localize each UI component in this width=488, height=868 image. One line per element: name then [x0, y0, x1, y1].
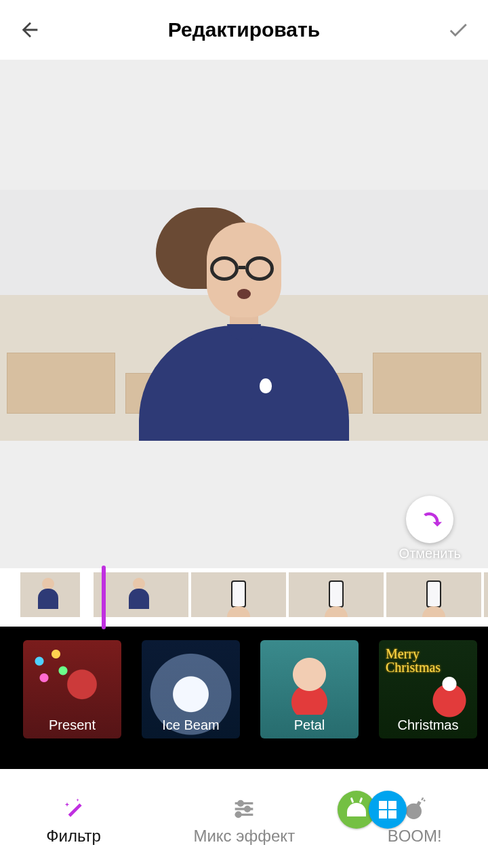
tab-filter[interactable]: Фильтр — [46, 795, 101, 846]
timeline-clip[interactable] — [289, 572, 384, 617]
effect-label: Present — [23, 717, 121, 733]
page-title: Редактировать — [168, 18, 320, 41]
preview-area: Отменить — [0, 60, 488, 568]
svg-point-0 — [239, 801, 243, 806]
arrow-left-icon — [18, 18, 41, 41]
tab-label: BOOM! — [388, 827, 442, 846]
back-button[interactable] — [14, 14, 46, 46]
undo-icon — [418, 507, 442, 532]
effect-label: Ice Beam — [142, 717, 240, 733]
platform-badge — [344, 791, 407, 829]
tab-mix-effect[interactable]: Микс эффект — [193, 795, 295, 846]
svg-point-2 — [237, 812, 241, 817]
timeline-clip[interactable] — [94, 572, 188, 617]
video-preview[interactable] — [0, 190, 488, 441]
person-figure — [207, 222, 281, 317]
effect-ice-beam[interactable]: Ice Beam — [142, 640, 240, 738]
effect-christmas[interactable]: MerryChristmas Christmas — [379, 640, 477, 738]
sliders-icon — [230, 795, 258, 823]
svg-point-1 — [245, 807, 250, 812]
effect-petal[interactable]: Petal — [260, 640, 359, 738]
timeline-clip[interactable] — [20, 572, 80, 617]
bottom-tabs: Фильтр Микс эффект BOOM! — [0, 769, 488, 868]
christmas-text: MerryChristmas — [386, 647, 441, 674]
playhead[interactable] — [102, 566, 106, 629]
windows-icon — [369, 791, 407, 829]
undo-label: Отменить — [399, 546, 461, 561]
undo-control: Отменить — [399, 496, 461, 561]
effects-strip: Present Ice Beam Petal MerryChristmas Ch… — [0, 627, 488, 769]
magic-wand-icon — [60, 795, 87, 823]
header: Редактировать — [0, 0, 488, 60]
confirm-button[interactable] — [442, 14, 474, 46]
timeline-clip[interactable] — [386, 572, 481, 617]
effect-label: Petal — [260, 717, 359, 733]
tab-label: Микс эффект — [193, 827, 295, 846]
undo-button[interactable] — [406, 496, 453, 543]
apple-logo-icon — [260, 378, 272, 393]
effect-label: Christmas — [379, 717, 477, 733]
timeline-clip[interactable] — [191, 572, 286, 617]
check-icon — [447, 18, 470, 41]
timeline-clip[interactable] — [484, 572, 488, 617]
tab-label: Фильтр — [46, 827, 101, 846]
timeline[interactable] — [0, 572, 488, 627]
effect-present[interactable]: Present — [23, 640, 121, 738]
